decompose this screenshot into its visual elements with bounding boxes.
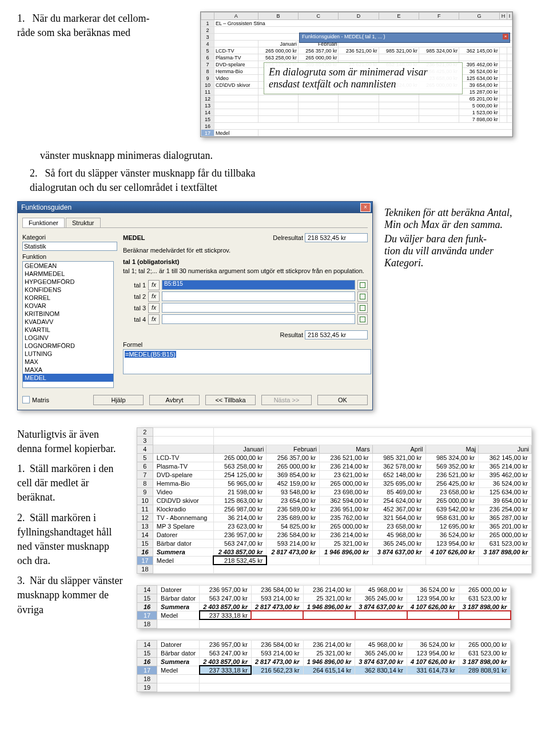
cancel-button[interactable]: Avbryt: [149, 395, 200, 405]
arg-title: tal 1 (obligatoriskt): [123, 258, 368, 265]
range-picker-icon[interactable]: [357, 291, 368, 302]
mini-spreadsheet: ABCDEFGHI1EL – Grossisten Stina234Januar…: [200, 11, 513, 137]
range-picker-icon[interactable]: [357, 303, 368, 313]
label-formula: Formel: [123, 341, 368, 348]
arg-1-input[interactable]: B5:B15: [162, 280, 355, 290]
ok-button[interactable]: OK: [317, 395, 368, 405]
close-icon[interactable]: ×: [360, 203, 371, 212]
fx-icon[interactable]: fx: [148, 303, 160, 313]
help-button[interactable]: Hjälp: [93, 395, 144, 405]
dialog-title: Funktionsguiden: [21, 203, 71, 211]
arg-2-input[interactable]: [162, 291, 355, 301]
step-text: När du markerar det cellom- råde som ska…: [17, 13, 149, 38]
tab-functions[interactable]: Funktioner: [22, 218, 65, 227]
fx-icon[interactable]: fx: [148, 280, 160, 290]
mini-dlg-title: Funktionsguiden - MEDEL( tal 1, ... ): [302, 34, 385, 39]
range-picker-icon[interactable]: [357, 314, 368, 325]
range-picker-icon[interactable]: [357, 280, 368, 290]
partial-result: 218 532,45 kr: [305, 233, 368, 242]
step-num-2: 2.: [30, 166, 42, 181]
step-text-2: Så fort du släpper vänster musknapp får …: [30, 167, 255, 193]
caption-box: En dialogruta som är minimerad visarensd…: [264, 62, 463, 94]
function-wizard-dialog: Funktionsguiden × Funktioner Struktur Ka…: [17, 201, 373, 410]
spreadsheet-2: 14Datorer236 957,00 kr236 584,00 kr236 2…: [137, 585, 511, 629]
function-list[interactable]: GEOMEANHARMMEDELHYPGEOMFÖRDKONFIDENSKORR…: [22, 261, 114, 388]
category-select[interactable]: Statistik: [22, 242, 117, 251]
step-num: 1.: [17, 11, 30, 26]
side-note: Tekniken för att beräkna Antal, Min och …: [384, 201, 527, 410]
dialog-titlebar[interactable]: Funktionsguiden ×: [18, 202, 372, 213]
close-icon[interactable]: ×: [503, 34, 508, 39]
label-function: Funktion: [22, 253, 114, 260]
spreadsheet-3: 14Datorer236 957,00 kr236 584,00 kr236 2…: [137, 640, 511, 692]
back-button[interactable]: << Tillbaka: [205, 395, 256, 405]
arg-desc: tal 1; tal 2;... är 1 till 30 numeriska …: [123, 267, 368, 274]
next-button: Nästa >>: [261, 395, 312, 405]
fx-icon[interactable]: fx: [148, 291, 160, 302]
func-name: MEDEL: [123, 234, 192, 241]
tab-structure[interactable]: Struktur: [66, 218, 101, 227]
formula-box[interactable]: =MEDEL(B5:B15): [123, 349, 371, 374]
label-category: Kategori: [22, 234, 114, 241]
arg-4-input[interactable]: [162, 314, 355, 324]
mid-text-1: vänster musknapp minimeras dialogrutan.: [40, 149, 532, 163]
fx-icon[interactable]: fx: [148, 314, 160, 325]
result-value: 218 532,45 kr: [305, 330, 368, 339]
bottom-intro: Naturligtvis är även denna formel kopier…: [17, 427, 125, 456]
arg-3-input[interactable]: [162, 303, 355, 313]
func-desc: Beräknar medelvärdet för ett stickprov.: [123, 247, 368, 254]
minimized-dialog[interactable]: Funktionsguiden - MEDEL( tal 1, ... ) ×: [299, 33, 510, 43]
matrix-checkbox[interactable]: Matris: [22, 396, 49, 403]
spreadsheet-1: 234JanuariFebruariMarsAprilMajJuni5LCD-T…: [137, 427, 532, 574]
